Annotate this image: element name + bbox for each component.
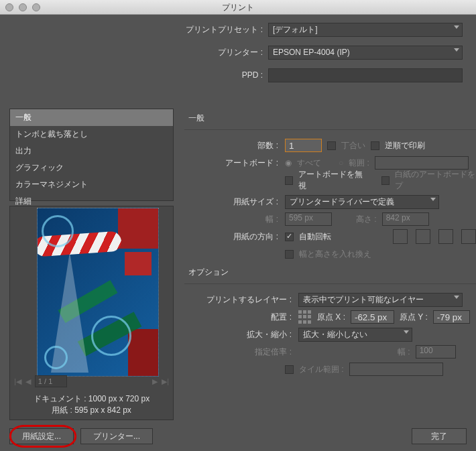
placement-label: 配置 : [184,312,298,323]
chevron-down-icon [454,25,459,29]
preview-nav: |◀ ◀ 1 / 1 ▶ ▶| [14,375,169,388]
category-item-graphics[interactable]: グラフィック [10,159,173,176]
swap-checkbox [285,250,294,259]
width-input: 595 px [285,212,332,226]
paper-size-combo[interactable]: プリンタードライバーで定義 [285,195,439,209]
collate-checkbox [327,141,336,150]
artboard-range-label: 範囲 : [349,157,369,169]
chevron-down-icon [454,48,459,52]
blank-artboard-checkbox [381,176,390,185]
nav-page-field[interactable]: 1 / 1 [35,375,67,387]
category-item-color-mgmt[interactable]: カラーマネジメント [10,176,173,193]
reverse-checkbox[interactable] [371,141,379,150]
section-general-title: 一般 [188,113,476,124]
registration-point-icon[interactable] [298,310,312,324]
category-item-general[interactable]: 一般 [10,109,173,126]
height-label: 高さ : [356,214,377,225]
category-list[interactable]: 一般 トンボと裁ち落とし 出力 グラフィック カラーマネジメント 詳細 設定内容 [9,109,174,201]
paper-size-label: 用紙サイズ : [184,196,285,208]
preview-canvas [37,208,159,377]
copies-label: 部数 : [184,140,285,151]
window-close-button[interactable] [5,3,13,11]
artboard-label: アートボード : [184,157,285,169]
orientation-landscape-icon [416,229,430,244]
category-item-marks[interactable]: トンボと裁ち落とし [10,126,173,143]
ratio-label: 指定倍率 : [184,346,298,358]
printer-label: プリンター : [0,47,268,58]
blank-artboard-label: 白紙のアートボードをプ [395,169,476,192]
auto-rotate-checkbox[interactable] [285,233,294,241]
origin-x-input[interactable] [351,310,394,324]
collate-label: 丁合い [341,140,365,151]
nav-prev-icon[interactable]: ◀ [25,377,31,386]
chevron-down-icon [430,198,436,201]
layers-combo[interactable]: 表示中でプリント可能なレイヤー [298,293,463,307]
scale-combo[interactable]: 拡大・縮小しない [298,328,412,342]
artboard-range-input [375,156,469,170]
origin-y-input[interactable] [433,310,470,324]
auto-rotate-label: 自動回転 [299,231,331,243]
tile-input [349,363,443,376]
orientation-portrait-rev-icon [438,229,453,244]
section-options-title: オプション [188,267,476,278]
ratio-w-input: 100 [416,345,456,359]
ppd-combo [268,68,463,82]
ignore-artboard-label: アートボードを無視 [298,169,365,192]
copies-input[interactable] [285,139,322,152]
height-input: 842 px [382,212,429,226]
preset-label: プリントプリセット : [0,24,268,36]
window-titlebar: プリント [0,0,476,15]
tile-checkbox [285,365,294,374]
ratio-w-label: 幅 : [398,346,410,358]
preview-info: ドキュメント : 1000 px x 720 px 用紙 : 595 px x … [10,393,173,416]
ignore-artboard-checkbox[interactable] [285,176,293,185]
window-minimize-button[interactable] [19,3,27,11]
origin-x-label: 原点 X : [317,312,345,323]
printer-button[interactable]: プリンター... [80,428,153,444]
window-title: プリント [222,3,254,12]
window-zoom-button[interactable] [32,3,40,11]
ppd-label: PPD : [0,70,268,80]
preset-combo[interactable]: [デフォルト] [268,23,463,37]
nav-first-icon[interactable]: |◀ [14,377,21,386]
swap-label: 幅と高さを入れ換え [299,249,371,260]
orientation-landscape-rev-icon [461,229,476,244]
printer-combo[interactable]: EPSON EP-4004 (IP) [268,46,463,60]
reverse-label: 逆順で印刷 [385,140,425,151]
chevron-down-icon [454,296,459,299]
orientation-label: 用紙の方向 : [184,231,285,243]
print-preview: |◀ ◀ 1 / 1 ▶ ▶| ドキュメント : 1000 px x 720 p… [9,206,174,420]
done-button[interactable]: 完了 [412,428,467,444]
orientation-portrait-icon [393,229,408,244]
layers-label: プリントするレイヤー : [184,294,298,306]
category-item-output[interactable]: 出力 [10,143,173,159]
chevron-down-icon [404,330,409,334]
scale-label: 拡大・縮小 : [184,329,298,340]
width-label: 幅 : [184,214,285,225]
page-setup-button[interactable]: 用紙設定... [9,428,74,444]
origin-y-label: 原点 Y : [400,312,428,323]
artboard-all-label: すべて [297,157,321,169]
nav-last-icon[interactable]: ▶| [162,377,169,386]
nav-next-icon[interactable]: ▶ [152,377,158,386]
tile-label: タイル範囲 : [299,364,344,375]
